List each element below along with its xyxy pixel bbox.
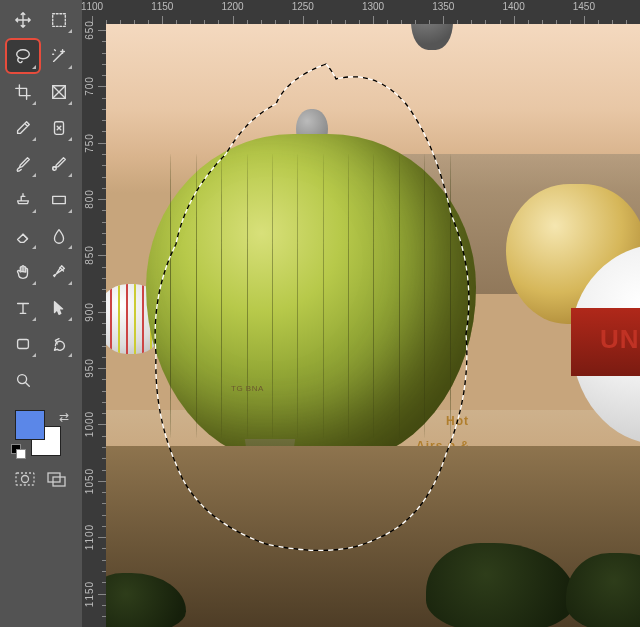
tool-pen[interactable]	[43, 256, 75, 288]
ruler-tick-label: 850	[84, 246, 95, 266]
svg-point-9	[22, 476, 29, 483]
svg-rect-8	[16, 473, 34, 485]
tool-lasso[interactable]	[7, 40, 39, 72]
ruler-tick-label: 750	[84, 133, 95, 153]
ruler-tick-label: 1100	[81, 1, 103, 12]
tool-eyedropper[interactable]	[7, 112, 39, 144]
tool-blur[interactable]	[43, 220, 75, 252]
toolbox: ⇄	[0, 0, 82, 627]
ruler-tick-label: 650	[84, 20, 95, 40]
ruler-tick-label: 800	[84, 189, 95, 209]
ruler-tick-label: 700	[84, 77, 95, 97]
default-colors-button[interactable]	[11, 444, 27, 460]
tool-frame[interactable]	[43, 76, 75, 108]
ruler-tick-label: 1050	[84, 468, 95, 494]
ruler-horizontal[interactable]: 11001150120012501300135014001450	[82, 0, 640, 25]
tool-spot-heal[interactable]	[43, 112, 75, 144]
tool-zoom[interactable]	[7, 364, 39, 396]
app-root: ⇄ 11001150120012501300135014001450 65070…	[0, 0, 640, 627]
tool-marquee[interactable]	[43, 4, 75, 36]
scene-balloon-top	[411, 24, 453, 50]
balloon-side-text: UN	[600, 324, 640, 355]
svg-rect-0	[53, 14, 66, 27]
ruler-tick-label: 1300	[362, 1, 384, 12]
ruler-tick-label: 1350	[432, 1, 454, 12]
ruler-tick-label: 1150	[84, 580, 95, 606]
tool-move[interactable]	[7, 4, 39, 36]
color-swatches[interactable]: ⇄	[11, 410, 71, 462]
tool-history-brush[interactable]	[43, 148, 75, 180]
tool-magic-wand[interactable]	[43, 40, 75, 72]
tool-clone-stamp[interactable]	[7, 184, 39, 216]
svg-rect-6	[18, 340, 29, 349]
svg-rect-5	[53, 196, 66, 203]
ruler-tick-label: 900	[84, 302, 95, 322]
swap-colors-icon[interactable]: ⇄	[59, 410, 69, 424]
screen-mode-button[interactable]	[46, 470, 68, 488]
ruler-tick-label: 1150	[151, 1, 173, 12]
ruler-tick-label: 1100	[84, 524, 95, 550]
ruler-tick-label: 950	[84, 358, 95, 378]
balloon-text-1: Hot	[446, 414, 469, 428]
ruler-vertical[interactable]: 6507007508008509009501000105011001150	[82, 24, 107, 627]
ruler-tick-label: 1200	[221, 1, 243, 12]
ruler-tick-label: 1450	[573, 1, 595, 12]
tool-crop[interactable]	[7, 76, 39, 108]
tool-shape[interactable]	[7, 328, 39, 360]
tool-type[interactable]	[7, 292, 39, 324]
foreground-color-swatch[interactable]	[15, 410, 45, 440]
balloon-small-label: TG BNA	[231, 384, 264, 393]
tool-path-select[interactable]	[43, 292, 75, 324]
ruler-tick-label: 1250	[292, 1, 314, 12]
document-canvas[interactable]: TG BNA Hot Airs p & al UN	[106, 24, 640, 627]
tool-eraser[interactable]	[7, 220, 39, 252]
tool-shape-rotate[interactable]	[43, 328, 75, 360]
tool-gradient[interactable]	[43, 184, 75, 216]
scene-balloon-main: TG BNA Hot Airs p & al	[146, 134, 476, 464]
ruler-tick-label: 1400	[502, 1, 524, 12]
ruler-tick-label: 1000	[84, 411, 95, 437]
tool-brush[interactable]	[7, 148, 39, 180]
quick-mask-button[interactable]	[14, 470, 36, 488]
tool-hand[interactable]	[7, 256, 39, 288]
